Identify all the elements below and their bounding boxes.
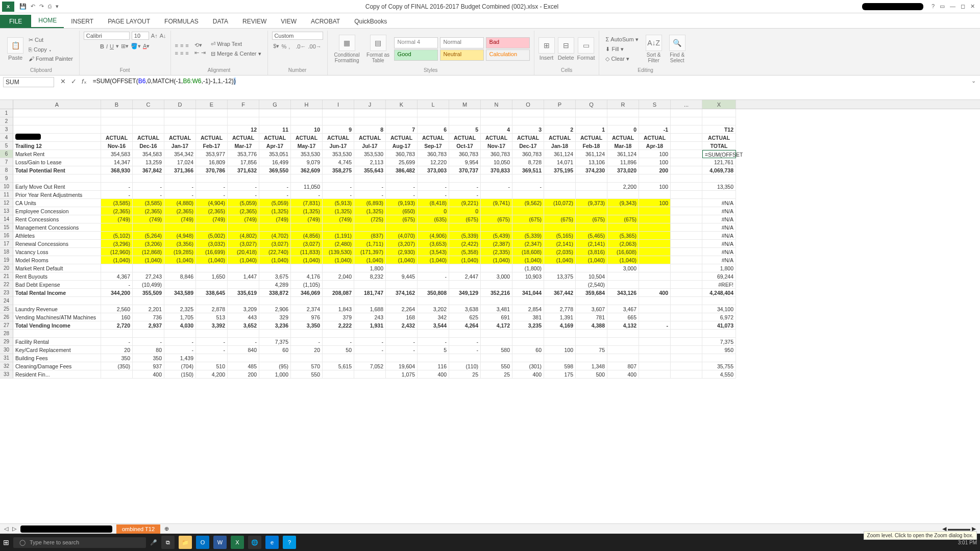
cell-B3[interactable] <box>101 126 133 134</box>
cell-I19[interactable]: (1,040) <box>323 256 354 264</box>
cell-I31[interactable] <box>323 354 354 362</box>
cell-F17[interactable]: (3,027) <box>228 240 259 248</box>
style-normal4[interactable]: Normal 4 <box>394 37 438 48</box>
col-header-Q[interactable]: Q <box>576 100 607 109</box>
cell-Q15[interactable] <box>576 223 607 232</box>
cell-F6[interactable]: 353,776 <box>228 150 259 158</box>
cell-J16[interactable]: (837) <box>354 232 386 240</box>
cancel-formula-icon[interactable]: ✕ <box>60 78 66 85</box>
row-header-13[interactable]: 13 <box>0 207 13 215</box>
cell-M15[interactable] <box>449 223 481 232</box>
cell-...30[interactable] <box>671 346 702 354</box>
number-format-select[interactable]: Custom <box>272 32 323 40</box>
cell-H25[interactable]: 2,374 <box>291 305 323 313</box>
cell-Q9[interactable] <box>576 174 607 183</box>
cell-O20[interactable]: (1,800) <box>512 264 544 272</box>
cell-H12[interactable]: (7,831) <box>291 199 323 207</box>
cell-M25[interactable]: 3,638 <box>449 305 481 313</box>
cell-C28[interactable] <box>133 330 164 338</box>
cell-G17[interactable]: (3,027) <box>259 240 291 248</box>
cell-C14[interactable]: (749) <box>133 215 164 223</box>
cell-C10[interactable]: - <box>133 183 164 191</box>
row-header-15[interactable]: 15 <box>0 223 13 232</box>
cell-M12[interactable]: (9,221) <box>449 199 481 207</box>
cell-R10[interactable]: 2,200 <box>607 183 639 191</box>
cell-...4[interactable] <box>671 134 702 142</box>
qat-icon[interactable]: ⎙ <box>48 3 52 10</box>
cell-N31[interactable] <box>481 354 512 362</box>
cell-Q21[interactable]: 10,504 <box>576 272 607 281</box>
cell-M26[interactable]: 625 <box>449 313 481 321</box>
row-header-14[interactable]: 14 <box>0 215 13 223</box>
cell-N18[interactable]: (2,335) <box>481 248 512 256</box>
help-taskbar-icon[interactable]: ? <box>283 536 296 549</box>
cell-A13[interactable]: Employee Concession <box>13 207 101 215</box>
cell-J20[interactable]: 1,800 <box>354 264 386 272</box>
cell-L16[interactable]: (4,906) <box>418 232 449 240</box>
cell-D13[interactable]: (2,365) <box>164 207 196 215</box>
cell-B2[interactable] <box>101 117 133 126</box>
cell-O2[interactable] <box>512 117 544 126</box>
cell-E31[interactable] <box>196 354 228 362</box>
row-header-1[interactable]: 1 <box>0 109 13 117</box>
tab-page-layout[interactable]: PAGE LAYOUT <box>101 15 157 28</box>
cell-X2[interactable] <box>702 117 736 126</box>
cell-S5[interactable]: Apr-18 <box>639 142 671 150</box>
tab-acrobat[interactable]: ACROBAT <box>304 15 347 28</box>
cell-S19[interactable] <box>639 256 671 264</box>
cell-G8[interactable]: 369,550 <box>259 166 291 174</box>
cell-P4[interactable]: ACTUAL <box>544 134 576 142</box>
cell-S24[interactable] <box>639 297 671 305</box>
cell-K6[interactable]: 360,783 <box>386 150 418 158</box>
row-header-11[interactable]: 11 <box>0 191 13 199</box>
cell-S8[interactable]: 200 <box>639 166 671 174</box>
cell-Q13[interactable] <box>576 207 607 215</box>
cell-K3[interactable]: 7 <box>386 126 418 134</box>
cell-M20[interactable] <box>449 264 481 272</box>
cell-O5[interactable]: Dec-17 <box>512 142 544 150</box>
cell-B6[interactable]: 354,583 <box>101 150 133 158</box>
cell-R5[interactable]: Mar-18 <box>607 142 639 150</box>
cell-...31[interactable] <box>671 354 702 362</box>
cell-G7[interactable]: 16,499 <box>259 158 291 166</box>
cell-Q4[interactable]: ACTUAL <box>576 134 607 142</box>
cell-F15[interactable] <box>228 223 259 232</box>
cell-B20[interactable] <box>101 264 133 272</box>
cell-K11[interactable]: - <box>386 191 418 199</box>
cell-L24[interactable] <box>418 297 449 305</box>
quick-access-toolbar[interactable]: 💾 ↶ ↷ ⎙ ▾ <box>16 3 62 10</box>
cell-M28[interactable] <box>449 330 481 338</box>
cell-A25[interactable]: Laundry Revenue <box>13 305 101 313</box>
cell-F24[interactable] <box>228 297 259 305</box>
col-header-P[interactable]: P <box>544 100 576 109</box>
cell-N8[interactable]: 370,833 <box>481 166 512 174</box>
row-header-26[interactable]: 26 <box>0 313 13 321</box>
cell-G5[interactable]: Apr-17 <box>259 142 291 150</box>
cell-E22[interactable] <box>196 281 228 289</box>
cell-O6[interactable]: 360,783 <box>512 150 544 158</box>
col-header-J[interactable]: J <box>354 100 386 109</box>
cell-O27[interactable]: 3,235 <box>512 321 544 330</box>
tab-file[interactable]: FILE <box>0 15 31 28</box>
cell-...27[interactable] <box>671 321 702 330</box>
cell-Q10[interactable] <box>576 183 607 191</box>
font-size-select[interactable]: 10 <box>132 32 149 40</box>
cell-P26[interactable]: 1,391 <box>544 313 576 321</box>
col-header-H[interactable]: H <box>291 100 323 109</box>
cell-D20[interactable] <box>164 264 196 272</box>
cell-L21[interactable]: - <box>418 272 449 281</box>
cell-A2[interactable] <box>13 117 101 126</box>
cell-X12[interactable]: #N/A <box>702 199 736 207</box>
cell-Q3[interactable]: 1 <box>576 126 607 134</box>
cell-J8[interactable]: 355,643 <box>354 166 386 174</box>
qat-more-icon[interactable]: ▾ <box>56 3 59 10</box>
edge-icon[interactable]: e <box>265 536 279 549</box>
cell-I2[interactable] <box>323 117 354 126</box>
cell-O15[interactable] <box>512 223 544 232</box>
cell-E8[interactable]: 370,786 <box>196 166 228 174</box>
format-cells-icon[interactable]: ▭ <box>578 37 594 54</box>
save-icon[interactable]: 💾 <box>19 3 27 10</box>
cell-F3[interactable]: 12 <box>228 126 259 134</box>
cell-X10[interactable]: 13,350 <box>702 183 736 191</box>
cell-K12[interactable]: (9,193) <box>386 199 418 207</box>
